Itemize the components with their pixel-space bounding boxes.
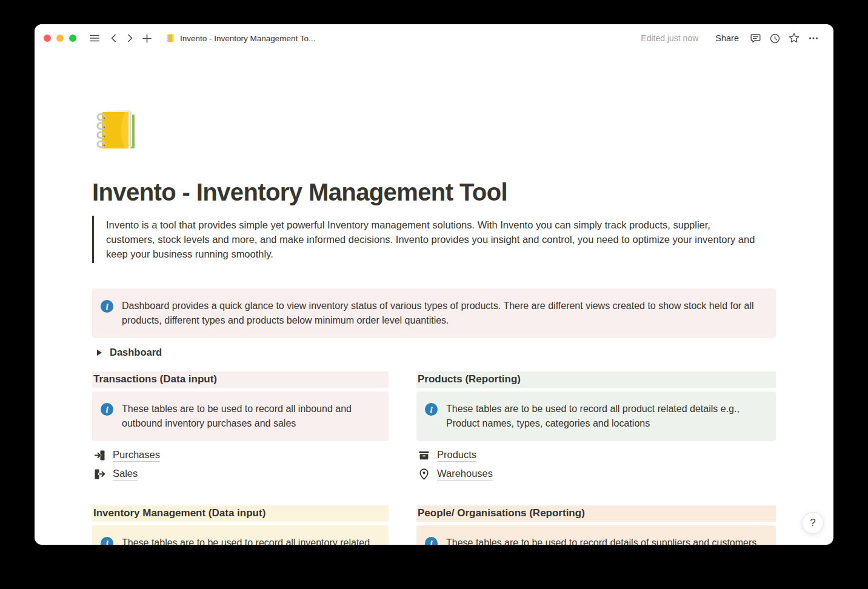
new-tab-icon[interactable] (139, 30, 155, 46)
page-icon-notebook[interactable] (92, 106, 143, 153)
dashboard-toggle[interactable]: Dashboard (92, 344, 163, 361)
enter-door-icon (93, 449, 106, 462)
forward-icon[interactable] (122, 30, 138, 46)
section-transactions: Transactions (Data input) i These tables… (92, 371, 389, 484)
section-people-organisations: People/ Organisations (Reporting) i Thes… (416, 505, 776, 545)
dashboard-callout-text: Dashboard provides a quick glance to vie… (122, 299, 766, 328)
section-callout: i These tables are to be used to record … (416, 525, 776, 545)
link-products[interactable]: Products (416, 446, 478, 465)
help-button[interactable]: ? (802, 512, 824, 534)
section-heading: Products (Reporting) (416, 371, 776, 388)
info-icon: i (425, 403, 438, 416)
info-icon: i (101, 300, 113, 313)
back-icon[interactable] (106, 30, 122, 46)
info-icon: i (101, 537, 113, 545)
section-inventory-management: Inventory Management (Data input) i Thes… (92, 505, 389, 545)
link-label: Warehouses (437, 468, 493, 481)
section-heading: Inventory Management (Data input) (92, 505, 389, 522)
section-callout-text: These tables are to be used to record al… (446, 402, 766, 431)
link-label: Purchases (113, 449, 160, 462)
favorite-star-icon[interactable] (786, 30, 802, 46)
section-heading: Transactions (Data input) (92, 371, 389, 388)
more-ellipsis-icon[interactable] (806, 30, 821, 46)
info-icon: i (101, 403, 113, 416)
intro-quote: Invento is a tool that provides simple y… (92, 216, 762, 263)
close-window-button[interactable] (44, 35, 51, 42)
tab-notebook-icon (165, 33, 175, 43)
section-callout-text: These tables are to be used to record de… (446, 536, 756, 545)
location-pin-icon (418, 468, 430, 481)
section-callout: i These tables are to be used to record … (92, 525, 389, 545)
link-label: Sales (113, 468, 138, 481)
zoom-window-button[interactable] (69, 35, 76, 42)
section-callout: i These tables are to be used to record … (92, 391, 389, 441)
updates-clock-icon[interactable] (767, 30, 783, 46)
minimize-window-button[interactable] (56, 35, 64, 42)
dashboard-callout: i Dashboard provides a quick glance to v… (92, 288, 776, 338)
section-callout-text: These tables are to be used to record al… (122, 402, 379, 431)
link-warehouses[interactable]: Warehouses (416, 465, 494, 484)
section-heading: People/ Organisations (Reporting) (416, 505, 776, 522)
dashboard-toggle-label: Dashboard (110, 347, 162, 358)
traffic-lights (40, 35, 76, 42)
exit-door-icon (93, 468, 106, 481)
share-button[interactable]: Share (710, 31, 744, 45)
link-sales[interactable]: Sales (92, 465, 139, 484)
link-purchases[interactable]: Purchases (92, 446, 161, 465)
page-body: Invento - Inventory Management Tool Inve… (92, 52, 776, 545)
edited-status: Edited just now (641, 33, 698, 43)
section-products: Products (Reporting) i These tables are … (416, 371, 776, 484)
app-window: Invento - Inventory Management To... Edi… (35, 24, 833, 545)
titlebar: Invento - Inventory Management To... Edi… (35, 24, 833, 52)
card-box-icon (418, 449, 430, 462)
section-grid: Transactions (Data input) i These tables… (92, 371, 776, 545)
section-callout: i These tables are to be used to record … (416, 391, 776, 441)
comments-icon[interactable] (747, 30, 763, 46)
tab-title: Invento - Inventory Management To... (180, 34, 315, 43)
sidebar-menu-icon[interactable] (87, 30, 102, 46)
info-icon: i (425, 537, 438, 545)
toggle-triangle-icon[interactable] (97, 350, 102, 356)
current-tab[interactable]: Invento - Inventory Management To... (165, 33, 315, 43)
page-title: Invento - Inventory Management Tool (92, 179, 776, 205)
link-label: Products (437, 449, 476, 462)
section-callout-text: These tables are to be used to record al… (122, 536, 379, 545)
